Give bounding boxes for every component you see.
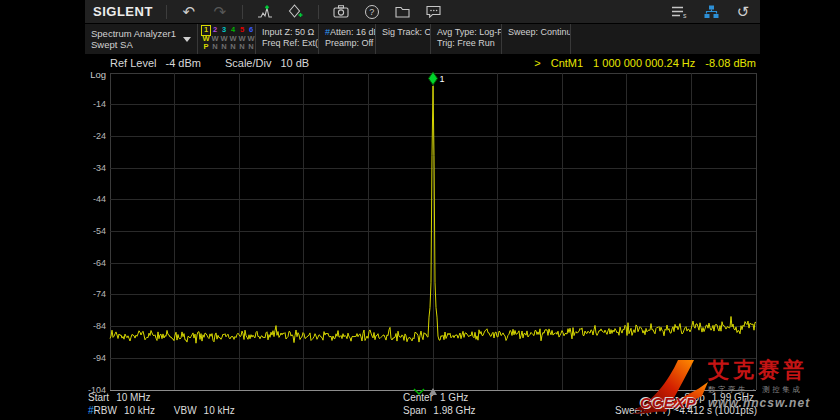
marker-readout: > CntM1 1 000 000 000.24 Hz -8.08 dBm: [534, 57, 756, 69]
toolbar-right-icons: s ↺: [670, 3, 752, 21]
marker-readout-name: CntM1: [551, 57, 583, 69]
rbw-vbw-field[interactable]: #RBW10 kHz VBW10 kHz: [88, 405, 235, 416]
scale-div-value: 10 dB: [280, 57, 309, 69]
y-tick-label: -24: [56, 131, 106, 141]
ref-level-field[interactable]: Ref Level -4 dBm: [110, 57, 201, 69]
history-icon[interactable]: ↺: [734, 3, 752, 21]
mode-line2: Swept SA: [91, 39, 176, 50]
y-tick-label: -94: [56, 353, 106, 363]
y-tick-label: -14: [56, 99, 106, 109]
toolbar-separator: [318, 5, 319, 19]
marker-readout-frequency: 1 000 000 000.24 Hz: [593, 57, 695, 69]
status-panels: Input Z: 50 ΩFreq Ref: Ext(S)#Atten: 16 …: [256, 24, 571, 54]
y-tick-label: -64: [56, 258, 106, 268]
spectrum-plot: 1: [110, 73, 756, 390]
siglent-logo: SIGLENT: [93, 4, 153, 19]
stop-frequency-field[interactable]: Stop1.99 GHz: [684, 392, 754, 403]
toolbar-separator: [242, 5, 243, 19]
peak-search-icon[interactable]: [256, 3, 274, 21]
marker-add-icon[interactable]: [287, 3, 305, 21]
status-panel-input[interactable]: Input Z: 50 ΩFreq Ref: Ext(S): [256, 24, 319, 54]
trace-state: N: [229, 43, 237, 52]
marker-readout-amplitude: -8.08 dBm: [705, 57, 756, 69]
top-chrome: SIGLENT ↶ ↷: [85, 0, 760, 54]
status-panel-atten[interactable]: #Atten: 16 dBPreamp: Off: [319, 24, 376, 54]
trace-state: N: [220, 43, 228, 52]
y-tick-label: -34: [56, 163, 106, 173]
trace-state: N: [247, 43, 255, 52]
status-filler: [571, 24, 760, 54]
status-panel-sigtrack[interactable]: Sig Track: Off: [376, 24, 431, 54]
redo-icon[interactable]: ↷: [211, 3, 229, 21]
trace-state: N: [238, 43, 246, 52]
trace-state: P: [202, 43, 210, 52]
status-panel-sweep[interactable]: Sweep: Continuous: [502, 24, 571, 54]
screenshot-camera-icon[interactable]: [332, 3, 350, 21]
mode-line1: Spectrum Analyzer1: [91, 28, 176, 39]
span-field[interactable]: Span1.98 GHz: [403, 405, 476, 416]
help-icon[interactable]: ?: [363, 3, 381, 21]
scale-div-field[interactable]: Scale/Div 10 dB: [225, 57, 309, 69]
y-tick-label: -74: [56, 289, 106, 299]
y-tick-label: -84: [56, 321, 106, 331]
system-list-icon[interactable]: s: [670, 3, 688, 21]
ref-level-value: -4 dBm: [165, 57, 200, 69]
svg-text:s: s: [683, 12, 687, 18]
sweep-time-readout: Sweep(FFT) ~4.412 s (1001pts): [615, 405, 757, 416]
y-tick-label: -44: [56, 194, 106, 204]
trace-table: 123456WWWWWWPNNNNN: [202, 26, 251, 52]
marker-1-diamond-icon[interactable]: 1: [429, 72, 445, 85]
amplitude-readout-row: Ref Level -4 dBm Scale/Div 10 dB: [110, 57, 309, 69]
start-frequency-field[interactable]: Start10 MHz: [88, 392, 151, 403]
trace-state: N: [211, 43, 219, 52]
message-icon[interactable]: [425, 3, 443, 21]
mode-selector[interactable]: Spectrum Analyzer1 Swept SA: [85, 24, 198, 54]
status-panel-avg[interactable]: Avg Type: Log-PwrTrig: Free Run: [431, 24, 502, 54]
undo-icon[interactable]: ↶: [180, 3, 198, 21]
spectrum-analyzer-screen: SIGLENT ↶ ↷: [0, 0, 840, 420]
marker-readout-prefix: >: [534, 57, 540, 69]
trace-status-panel[interactable]: 123456WWWWWWPNNNNN: [198, 24, 256, 54]
y-tick-label: -54: [56, 226, 106, 236]
network-icon[interactable]: [702, 3, 720, 21]
amplitude-scale-type: Log: [56, 69, 106, 80]
center-frequency-field[interactable]: Center1 GHz: [403, 392, 468, 403]
status-bar: Spectrum Analyzer1 Swept SA 123456WWWWWW…: [85, 24, 760, 54]
toolbar-separator: [166, 5, 167, 19]
toolbar: SIGLENT ↶ ↷: [85, 0, 760, 24]
scale-div-label: Scale/Div: [225, 57, 271, 69]
chevron-down-icon: [183, 37, 191, 42]
svg-text:1: 1: [440, 74, 445, 84]
ref-level-label: Ref Level: [110, 57, 156, 69]
file-open-icon[interactable]: [394, 3, 412, 21]
